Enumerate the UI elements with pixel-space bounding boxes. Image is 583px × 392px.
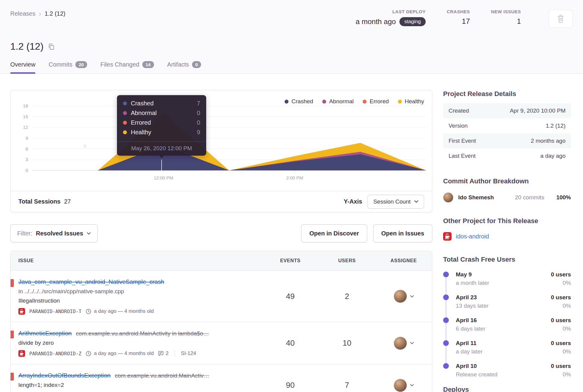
copy-icon[interactable] <box>48 43 55 50</box>
legend-item-errored[interactable]: Errored <box>363 98 389 105</box>
chevron-down-icon <box>410 342 414 344</box>
tooltip-series-value: 7 <box>197 100 200 107</box>
timeline-date: May 9 <box>456 271 472 278</box>
timeline-users: 0 users <box>551 271 571 278</box>
table-row: ArithmeticException com.example.vu.andro… <box>11 322 432 364</box>
tooltip-row: Crashed 7 <box>123 100 200 107</box>
issue-title-link[interactable]: ArithmeticException <box>18 330 72 337</box>
timeline-date: April 10 <box>456 363 477 369</box>
assignee-selector[interactable] <box>394 290 414 303</box>
filter-value: Resolved Issues <box>36 230 83 237</box>
svg-text:3: 3 <box>26 157 28 162</box>
svg-text:12: 12 <box>23 125 28 130</box>
chevron-down-icon <box>410 295 414 298</box>
tab-label: Artifacts <box>167 61 189 68</box>
timeline-date: April 23 <box>456 294 477 301</box>
yaxis-select[interactable]: Session Count <box>367 195 424 209</box>
svg-text:9: 9 <box>26 135 28 141</box>
tab-commits[interactable]: Commits 20 <box>49 61 87 73</box>
legend-item-abnormal[interactable]: Abnormal <box>322 98 354 105</box>
unhandled-marker-icon <box>11 373 14 381</box>
project-slug-link[interactable]: PARANOID-ANDROID-Z <box>29 351 81 356</box>
assignee-selector[interactable] <box>394 337 414 350</box>
author-percent: 100% <box>556 194 571 201</box>
tab-artifacts[interactable]: Artifacts 0 <box>167 61 201 73</box>
svg-text:6: 6 <box>26 146 28 151</box>
open-in-issues-button[interactable]: Open in Issues <box>373 224 432 242</box>
detail-value: 2 months ago <box>531 138 566 144</box>
issue-users-count: 10 <box>343 338 351 348</box>
release-page: Releases › 1.2 (12) LAST DEPLOY a month … <box>0 0 583 392</box>
detail-value: Apr 9, 2020 10:00 PM <box>510 107 566 114</box>
assignee-selector[interactable] <box>394 379 414 392</box>
section-heading: Commit Author Breakdown <box>443 177 571 185</box>
issue-title-link[interactable]: ArrayIndexOutOfBoundsException <box>18 372 111 379</box>
tab-files-changed[interactable]: Files Changed 14 <box>100 61 154 73</box>
healthy-dot-icon <box>123 130 127 134</box>
timeline-dot-icon <box>443 294 449 300</box>
detail-row-created: Created Apr 9, 2020 10:00 PM <box>443 103 571 118</box>
crashed-dot-icon <box>123 101 127 105</box>
svg-text:15: 15 <box>23 114 28 119</box>
total-sessions-label: Total Sessions <box>18 198 61 205</box>
legend-label: Healthy <box>405 98 424 105</box>
crash-free-section: Total Crash Free Users May 9 0 users a m… <box>443 256 571 378</box>
trash-icon <box>557 14 565 23</box>
tab-overview[interactable]: Overview <box>10 61 35 73</box>
detail-label: First Event <box>449 138 476 144</box>
issues-controls: Filter: Resolved Issues Open in Discover… <box>10 224 432 242</box>
issues-table-header: ISSUE EVENTS USERS ASSIGNEE <box>11 251 432 270</box>
chevron-down-icon <box>414 200 418 203</box>
project-slug-link[interactable]: PARANOID-ANDROID-T <box>29 309 81 314</box>
header-stats: LAST DEPLOY a month ago staging CRASHES … <box>356 9 573 28</box>
delete-release-button[interactable] <box>549 10 573 28</box>
timeline-dot-icon <box>443 317 449 323</box>
issue-location: in ../../../../src/main/cpp/native-sampl… <box>18 288 256 295</box>
timeline-percent: 0% <box>563 280 571 286</box>
timeline-users: 0 users <box>551 317 571 324</box>
other-project-link[interactable]: idos-android <box>456 233 489 240</box>
tooltip-series-name: Abnormal <box>131 110 193 117</box>
issue-title-link[interactable]: Java_com_example_vu_android_NativeSample… <box>18 278 164 285</box>
header: Releases › 1.2 (12) LAST DEPLOY a month … <box>0 0 583 74</box>
section-heading: Total Crash Free Users <box>443 256 571 263</box>
timeline-entry: May 9 0 users a month later 0% <box>443 271 571 286</box>
issue-events-count: 49 <box>286 292 295 301</box>
author-name: Ido Shemesh <box>458 194 515 201</box>
svg-text:2:00 PM: 2:00 PM <box>286 175 303 180</box>
legend-item-crashed[interactable]: Crashed <box>285 98 313 105</box>
stat-crashes: CRASHES 17 <box>447 9 470 26</box>
filter-label: Filter: <box>17 230 32 237</box>
author-row: Ido Shemesh 20 commits 100% <box>443 192 571 203</box>
healthy-dot-icon <box>398 100 402 104</box>
open-in-discover-button[interactable]: Open in Discover <box>301 224 367 242</box>
tooltip-timestamp: May 26, 2020 12:00 PM <box>117 142 206 156</box>
page-title: 1.2 (12) <box>10 41 43 52</box>
issue-message: IllegalInstruction <box>18 297 256 304</box>
column-header-users: USERS <box>319 258 375 263</box>
tab-label: Files Changed <box>100 61 139 68</box>
timeline-percent: 0% <box>563 371 571 378</box>
timeline-subtext: 6 days later <box>456 325 485 332</box>
issues-table: ISSUE EVENTS USERS ASSIGNEE Java_com_exa… <box>10 251 432 392</box>
timeline-users: 0 users <box>551 363 571 369</box>
chart-tooltip: Crashed 7 Abnormal 0 Errored <box>117 95 206 156</box>
deploys-section-heading: Deploys <box>443 386 571 392</box>
column-header-events: EVENTS <box>262 258 319 263</box>
legend-item-healthy[interactable]: Healthy <box>398 98 424 105</box>
issue-events-count: 40 <box>286 338 295 348</box>
timeline-percent: 0% <box>563 325 571 332</box>
breadcrumb-releases-link[interactable]: Releases <box>10 10 35 17</box>
table-row: ArrayIndexOutOfBoundsException com.examp… <box>11 364 432 392</box>
tooltip-series-name: Errored <box>131 119 193 126</box>
unhandled-marker-icon <box>11 279 14 287</box>
timeline-percent: 0% <box>563 348 571 355</box>
issue-message: divide by zero <box>18 340 256 346</box>
svg-text:0: 0 <box>26 168 28 173</box>
stat-new-issues: NEW ISSUES 1 <box>491 9 521 26</box>
table-row: Java_com_example_vu_android_NativeSample… <box>11 270 432 322</box>
chevron-down-icon <box>410 384 414 387</box>
stat-label: NEW ISSUES <box>491 9 521 14</box>
tooltip-row: Healthy 9 <box>123 129 200 136</box>
issues-filter-select[interactable]: Filter: Resolved Issues <box>10 224 98 242</box>
